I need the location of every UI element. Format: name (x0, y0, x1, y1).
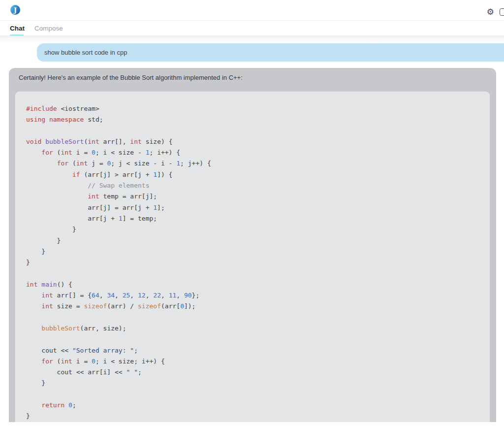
app-logo-icon: J (10, 5, 20, 15)
code-block: #include <iostream>using namespace std; … (15, 92, 490, 422)
code-line: int main() { (26, 279, 479, 290)
code-line: cout << arr[i] << " "; (26, 367, 479, 378)
code-line: arr[j + 1] = temp; (26, 213, 479, 224)
code-line: arr[j] = arr[j + 1]; (26, 202, 479, 213)
code-line: int temp = arr[j]; (26, 191, 479, 202)
assistant-message-bubble: Certainly! Here's an example of the Bubb… (9, 68, 496, 422)
code-line: #include <iostream> (26, 103, 479, 114)
active-tab-indicator (10, 34, 24, 36)
code-line: } (26, 224, 479, 235)
code-line: } (26, 378, 479, 389)
code-line: return 0; (26, 400, 479, 411)
code-line: } (26, 246, 479, 257)
code-line: if (arr[j] > arr[j + 1]) { (26, 169, 479, 180)
tab-chat[interactable]: Chat (10, 21, 25, 35)
code-line (26, 334, 479, 345)
code-line: cout << "Sorted array: "; (26, 345, 479, 356)
tab-chat-label: Chat (10, 25, 25, 32)
tab-compose-label: Compose (34, 25, 63, 32)
code-line: // Swap elements (26, 180, 479, 191)
code-line: int size = sizeof(arr) / sizeof(arr[0]); (26, 301, 479, 312)
code-line: } (26, 257, 479, 268)
code-line: void bubbleSort(int arr[], int size) { (26, 136, 479, 147)
code-line (26, 312, 479, 323)
code-line: } (26, 411, 479, 422)
code-line (26, 126, 479, 136)
assistant-intro-text: Certainly! Here's an example of the Bubb… (19, 74, 490, 81)
message-square-icon[interactable] (500, 8, 504, 16)
tab-bar: Chat Compose (0, 21, 504, 36)
settings-gear-icon[interactable] (487, 8, 494, 16)
code-line (26, 389, 479, 400)
code-line: for (int j = 0; j < size - i - 1; j++) { (26, 158, 479, 169)
code-content: #include <iostream>using namespace std; … (26, 103, 479, 422)
user-message-bubble: show bubble sort code in cpp (37, 43, 504, 62)
header-actions (487, 0, 504, 21)
top-fade (0, 36, 504, 43)
tab-compose[interactable]: Compose (34, 21, 63, 35)
code-line (26, 268, 479, 279)
code-line: } (26, 235, 479, 246)
user-message-text: show bubble sort code in cpp (44, 49, 127, 56)
chat-scroll-area[interactable]: show bubble sort code in cpp Certainly! … (0, 36, 504, 422)
app-header: J (0, 0, 504, 21)
code-line: bubbleSort(arr, size); (26, 323, 479, 334)
code-line: for (int i = 0; i < size - 1; i++) { (26, 147, 479, 158)
code-line: int arr[] = {64, 34, 25, 12, 22, 11, 90}… (26, 290, 479, 301)
app-logo-letter: J (14, 7, 17, 13)
code-line: for (int i = 0; i < size; i++) { (26, 356, 479, 367)
code-line: using namespace std; (26, 114, 479, 125)
